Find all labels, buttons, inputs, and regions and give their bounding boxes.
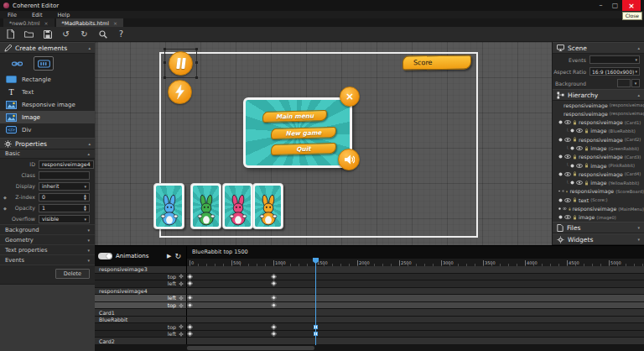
track-lane[interactable]: [187, 302, 644, 309]
keyframe-diamond[interactable]: [186, 324, 192, 330]
keyframe-diamond[interactable]: [186, 302, 192, 308]
visibility-dot-icon[interactable]: [558, 215, 563, 219]
lock-icon[interactable]: [569, 207, 571, 212]
new-file-icon[interactable]: [6, 29, 15, 39]
timeline-ruler[interactable]: 0500100015002000250030003500400045005000: [187, 259, 644, 266]
track-name[interactable]: top: [95, 302, 187, 309]
visibility-dot-icon[interactable]: [570, 146, 574, 150]
track-lane[interactable]: [187, 274, 644, 280]
track-gear-icon[interactable]: [179, 296, 184, 301]
eye-icon[interactable]: [576, 181, 583, 185]
hierarchy-item[interactable]: responsiveimage(Card4): [553, 170, 644, 178]
link-element-button[interactable]: [7, 56, 27, 71]
score-banner-sprite[interactable]: Score: [402, 55, 471, 71]
lock-icon[interactable]: [566, 189, 568, 194]
menu-edit[interactable]: Edit: [24, 12, 50, 18]
create-text[interactable]: T Text: [0, 86, 95, 98]
visibility-dot-icon[interactable]: [558, 207, 561, 211]
track-lane[interactable]: [187, 309, 644, 316]
visibility-dot-icon[interactable]: [570, 164, 574, 168]
visibility-dot-icon[interactable]: [558, 189, 560, 193]
tab-madrabbits[interactable]: *MadRabbits.html ×: [56, 18, 123, 27]
track-name[interactable]: responsiveimage3: [95, 266, 187, 273]
rabbit-card-sprite[interactable]: [222, 183, 253, 229]
quit-button-sprite[interactable]: Quit: [271, 143, 336, 155]
overflow-select[interactable]: visible ▾: [39, 215, 90, 223]
selection-handle[interactable]: [164, 48, 166, 50]
zoom-icon[interactable]: [98, 29, 107, 39]
track-lane[interactable]: [187, 280, 644, 287]
keyframe-diamond[interactable]: [270, 302, 276, 308]
track-group-row[interactable]: responsiveimage3: [95, 266, 644, 274]
keyframe-diamond[interactable]: [186, 280, 192, 286]
section-events[interactable]: Events ▾: [0, 254, 95, 265]
pause-button-sprite[interactable]: [169, 51, 193, 76]
class-input[interactable]: [39, 171, 90, 180]
eye-icon[interactable]: [576, 164, 583, 168]
input-element-button[interactable]: [34, 56, 54, 71]
playhead-line[interactable]: [315, 259, 316, 345]
selection-handle[interactable]: [195, 76, 198, 79]
menu-file[interactable]: File: [0, 12, 24, 18]
keyframe-diamond[interactable]: [186, 331, 192, 337]
track-gear-icon[interactable]: [179, 332, 184, 337]
collapse-arrow-icon[interactable]: ▴: [88, 141, 91, 146]
stepper-arrows[interactable]: ▲▼: [84, 205, 86, 211]
hierarchy-item[interactable]: responsiveimage(Card3): [553, 153, 644, 161]
track-property-row[interactable]: left: [95, 331, 644, 338]
tab-close-icon[interactable]: ×: [113, 20, 117, 26]
collapse-arrow-icon[interactable]: ▴: [637, 45, 640, 50]
lock-icon[interactable]: [573, 155, 577, 160]
track-gear-icon[interactable]: [179, 324, 184, 329]
delete-button[interactable]: Delete: [55, 269, 90, 279]
canvas[interactable]: Score Main menu New game Quit ×: [95, 42, 552, 245]
track-name[interactable]: top: [95, 323, 187, 330]
lock-icon[interactable]: [584, 128, 589, 134]
events-select[interactable]: ▾: [589, 55, 640, 64]
track-lane[interactable]: [187, 331, 644, 338]
create-rectangle[interactable]: Rectangle: [0, 73, 95, 86]
timeline-scrollbar[interactable]: [95, 345, 644, 351]
eye-icon[interactable]: [564, 138, 571, 142]
track-name[interactable]: Card2: [95, 338, 187, 344]
visibility-dot-icon[interactable]: [558, 198, 563, 202]
menu-close-button-sprite[interactable]: ×: [340, 86, 360, 107]
selection-handle[interactable]: [195, 48, 198, 50]
keyframe-diamond[interactable]: [270, 331, 276, 337]
new-game-button-sprite[interactable]: New game: [271, 127, 336, 139]
basic-section-header[interactable]: Basic ▴: [0, 149, 95, 159]
eye-icon[interactable]: [576, 146, 583, 150]
track-name[interactable]: BlueRabbit: [95, 317, 187, 323]
track-gear-icon[interactable]: [179, 303, 184, 308]
track-name[interactable]: Card1: [95, 309, 187, 316]
section-geometry[interactable]: Geometry ▾: [0, 234, 95, 244]
lock-icon[interactable]: [573, 197, 577, 202]
hierarchy-item[interactable]: └image(PinkRabbit): [553, 161, 644, 170]
visibility-dot-icon[interactable]: [558, 120, 563, 124]
stepper-arrows[interactable]: ▲▼: [84, 194, 86, 200]
track-name[interactable]: left: [95, 295, 187, 301]
display-select[interactable]: inherit ▾: [39, 182, 90, 191]
track-property-row[interactable]: left: [95, 280, 644, 288]
tab-new0[interactable]: *new0.html ×: [3, 18, 55, 27]
visibility-dot-icon[interactable]: [558, 155, 563, 159]
properties-header[interactable]: Properties ▴: [0, 138, 95, 149]
keyframe-diamond[interactable]: [270, 295, 276, 301]
hierarchy-header[interactable]: Hierarchy ▴: [553, 89, 644, 101]
hierarchy-item[interactable]: └image(YellowRabbit): [553, 179, 644, 187]
lightning-button-sprite[interactable]: [168, 80, 192, 104]
track-lane[interactable]: [187, 338, 644, 344]
visibility-dot-icon[interactable]: [570, 128, 574, 133]
lock-icon[interactable]: [573, 171, 577, 176]
keyframe-diamond[interactable]: [186, 274, 192, 280]
selection-handle[interactable]: [164, 61, 166, 64]
eye-icon[interactable]: [564, 215, 571, 219]
track-gear-icon[interactable]: [179, 274, 184, 279]
create-responsive-image[interactable]: Responsive image: [0, 98, 95, 111]
visibility-dot-icon[interactable]: [558, 172, 563, 176]
play-button[interactable]: ▶: [167, 253, 171, 259]
scene-header[interactable]: Scene ▴: [553, 42, 644, 54]
save-icon[interactable]: [43, 29, 52, 39]
eye-icon[interactable]: [563, 207, 567, 211]
track-group-row[interactable]: responsiveimage4: [95, 288, 644, 296]
